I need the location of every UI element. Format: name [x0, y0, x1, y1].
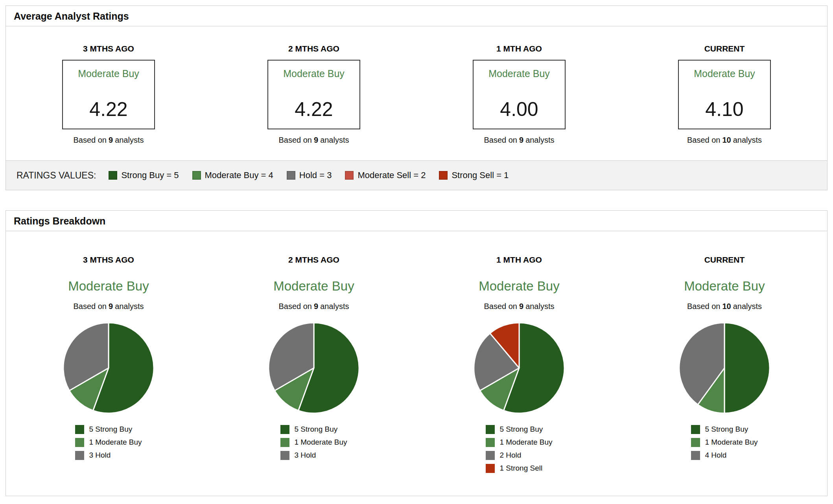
legend-swatch-icon [192, 171, 201, 180]
pie-chart-svg [267, 322, 360, 414]
legend-swatch-icon [439, 171, 448, 180]
based-on-analysts: Based on9analysts [278, 302, 349, 311]
avg-column-current: CURRENT Moderate Buy 4.10 Based on10anal… [622, 44, 827, 145]
pie-legend-item: 3 Hold [280, 451, 316, 460]
based-on-analysts: Based on9analysts [73, 136, 144, 145]
based-on-analysts: Based on9analysts [484, 136, 554, 145]
pie-chart-svg [62, 322, 155, 414]
ratings-values-legend: RATINGS VALUES: Strong Buy = 5Moderate B… [6, 160, 827, 190]
pie-legend-item: 2 Hold [486, 451, 521, 460]
pie-legend-item: 5 Strong Buy [486, 425, 543, 434]
ratings-breakdown-row: 3 MTHS AGO Moderate Buy Based on9analyst… [6, 231, 827, 496]
legend-swatch-icon [486, 425, 495, 434]
pie-legend-item: 1 Moderate Buy [691, 438, 757, 447]
consensus-rating: Moderate Buy [488, 68, 550, 79]
pie-legend-label: 3 Hold [294, 451, 316, 460]
pie-legend-item: 5 Strong Buy [691, 425, 748, 434]
pie-legend-item: 5 Strong Buy [280, 425, 337, 434]
period-label: 1 MTH AGO [496, 44, 542, 53]
panel-title: Average Analyst Ratings [6, 6, 827, 26]
pie-legend-label: 1 Strong Sell [499, 464, 542, 473]
rating-value: 4.00 [500, 99, 538, 119]
analyst-count: 9 [109, 136, 113, 145]
rating-box: Moderate Buy 4.10 [678, 60, 771, 129]
legend-swatch-icon [75, 425, 84, 434]
period-label: 1 MTH AGO [496, 255, 542, 265]
pie-legend-label: 1 Moderate Buy [499, 438, 552, 447]
period-label: 3 MTHS AGO [83, 44, 134, 53]
pie-chart [62, 322, 155, 414]
avg-column-2mths-ago: 2 MTHS AGO Moderate Buy 4.22 Based on9an… [211, 44, 416, 145]
ratings-values-items: Strong Buy = 5Moderate Buy = 4Hold = 3Mo… [109, 170, 509, 180]
legend-swatch-icon [287, 171, 295, 180]
pie-legend-item: 4 Hold [691, 451, 726, 460]
consensus-rating: Moderate Buy [694, 68, 755, 79]
ratings-value-label: Strong Sell = 1 [452, 170, 509, 180]
legend-swatch-icon [109, 171, 117, 180]
pie-legend-item: 5 Strong Buy [75, 425, 132, 434]
ratings-value-item: Hold = 3 [287, 170, 332, 180]
ratings-breakdown-panel: Ratings Breakdown 3 MTHS AGO Moderate Bu… [6, 210, 827, 496]
analyst-count: 9 [519, 302, 523, 311]
pie-chart-svg [473, 322, 566, 414]
pie-legend: 5 Strong Buy1 Moderate Buy2 Hold1 Strong… [486, 425, 552, 473]
ratings-values-label: RATINGS VALUES: [17, 170, 96, 181]
ratings-value-label: Moderate Sell = 2 [358, 170, 426, 180]
legend-swatch-icon [486, 451, 495, 460]
based-on-analysts: Based on10analysts [687, 302, 762, 311]
legend-swatch-icon [75, 438, 84, 447]
avg-column-3mths-ago: 3 MTHS AGO Moderate Buy 4.22 Based on9an… [6, 44, 211, 145]
ratings-value-item: Strong Sell = 1 [439, 170, 509, 180]
pie-chart [473, 322, 566, 414]
pie-legend-label: 1 Moderate Buy [89, 438, 142, 447]
period-label: CURRENT [704, 44, 745, 53]
legend-swatch-icon [691, 438, 700, 447]
period-label: 2 MTHS AGO [288, 44, 339, 53]
pie-chart [678, 322, 771, 414]
legend-swatch-icon [691, 451, 700, 460]
legend-swatch-icon [280, 451, 289, 460]
consensus-rating: Moderate Buy [68, 279, 149, 294]
pie-legend-item: 1 Moderate Buy [486, 438, 552, 447]
rating-box: Moderate Buy 4.22 [267, 60, 360, 129]
ratings-value-item: Strong Buy = 5 [109, 170, 179, 180]
ratings-value-item: Moderate Sell = 2 [345, 170, 426, 180]
rating-box: Moderate Buy 4.22 [62, 60, 155, 129]
panel-title: Ratings Breakdown [6, 211, 827, 231]
avg-column-1mth-ago: 1 MTH AGO Moderate Buy 4.00 Based on9ana… [416, 44, 622, 145]
pie-legend-label: 1 Moderate Buy [294, 438, 347, 447]
average-ratings-row: 3 MTHS AGO Moderate Buy 4.22 Based on9an… [6, 26, 827, 160]
pie-legend-label: 5 Strong Buy [89, 425, 132, 434]
legend-swatch-icon [75, 451, 84, 460]
rating-value: 4.22 [295, 99, 333, 119]
pie-legend: 5 Strong Buy1 Moderate Buy3 Hold [280, 425, 347, 460]
analyst-count: 9 [314, 136, 318, 145]
average-analyst-ratings-panel: Average Analyst Ratings 3 MTHS AGO Moder… [6, 6, 827, 190]
legend-swatch-icon [280, 425, 289, 434]
analyst-count: 9 [314, 302, 318, 311]
legend-swatch-icon [691, 425, 700, 434]
rating-box: Moderate Buy 4.00 [473, 60, 566, 129]
breakdown-column-3mths-ago: 3 MTHS AGO Moderate Buy Based on9analyst… [6, 255, 211, 473]
legend-swatch-icon [345, 171, 354, 180]
period-label: 3 MTHS AGO [83, 255, 134, 265]
analyst-count: 9 [519, 136, 523, 145]
based-on-analysts: Based on10analysts [687, 136, 762, 145]
legend-swatch-icon [280, 438, 289, 447]
pie-chart-svg [678, 322, 771, 414]
pie-legend-label: 5 Strong Buy [499, 425, 543, 434]
pie-legend-label: 5 Strong Buy [294, 425, 337, 434]
pie-legend-label: 1 Moderate Buy [705, 438, 757, 447]
period-label: CURRENT [704, 255, 745, 265]
analyst-count: 10 [722, 302, 731, 311]
pie-chart [267, 322, 360, 414]
analyst-count: 10 [722, 136, 731, 145]
pie-legend-label: 2 Hold [499, 451, 521, 460]
pie-legend-label: 3 Hold [89, 451, 111, 460]
ratings-value-label: Hold = 3 [299, 170, 332, 180]
pie-legend-label: 4 Hold [705, 451, 726, 460]
period-label: 2 MTHS AGO [288, 255, 339, 265]
pie-legend-label: 5 Strong Buy [705, 425, 748, 434]
based-on-analysts: Based on9analysts [484, 302, 554, 311]
based-on-analysts: Based on9analysts [73, 302, 144, 311]
